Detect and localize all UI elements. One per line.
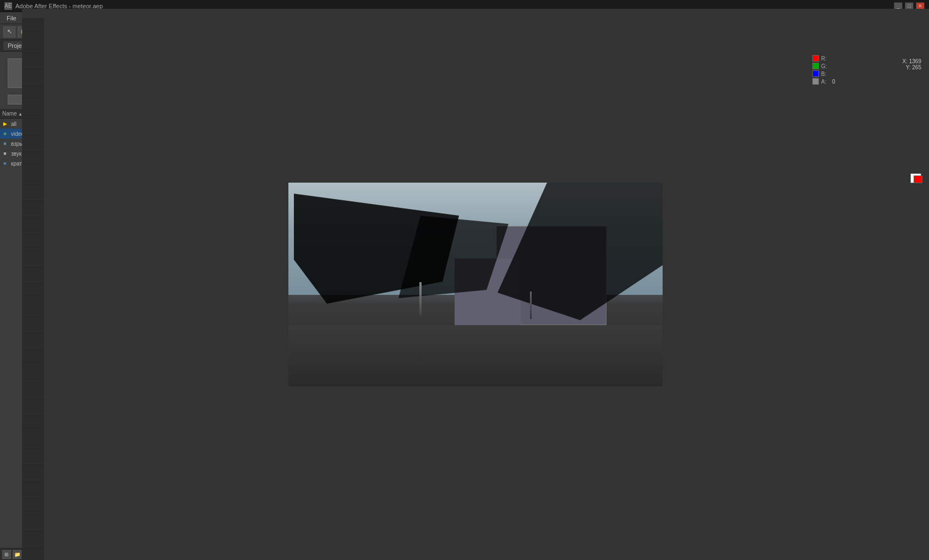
info-display: R: G: B: A: 0 [809, 52, 929, 90]
new-folder-button[interactable]: 📁 [13, 550, 21, 559]
color-swatch-r [812, 55, 819, 62]
info-x: X: 1369 [903, 58, 921, 64]
psd-icon: ■ [1, 160, 9, 167]
menu-file[interactable]: File [2, 14, 21, 23]
info-y: Y: 265 [903, 64, 921, 70]
audio-icon: ■ [1, 150, 9, 157]
new-composition-button[interactable]: ⊞ [2, 550, 11, 559]
info-a-row: A: 0 [812, 78, 926, 85]
info-coords: X: 1369 Y: 265 [903, 58, 921, 70]
tool-select[interactable]: ↖ [3, 26, 15, 37]
info-b-row: B: [812, 70, 926, 77]
app-icon: AE [4, 2, 12, 10]
color-swatch-a [812, 78, 819, 85]
info-g-label: G: [821, 63, 830, 69]
image-icon: ■ [1, 140, 9, 147]
composition-panel: Composition: all ▼ all ≡ [234, 40, 808, 560]
title-text: Adobe After Effects - meteor.aep [15, 3, 103, 9]
info-b-label: B: [821, 71, 830, 77]
color-swatch-b [812, 70, 819, 77]
stroke-color-swatch[interactable] [914, 175, 922, 183]
info-a-value: 0 [832, 79, 835, 85]
info-r-label: R: [821, 56, 830, 62]
folder-icon: ▶ [1, 120, 9, 128]
video-icon: ■ [1, 130, 9, 138]
color-swatch-g [812, 63, 819, 69]
video-frame [288, 183, 663, 386]
main-layout: Project Effect Controls: video5.mov ≡ Na… [0, 40, 929, 560]
info-a-label: A: [821, 79, 830, 85]
comp-canvas [22, 9, 929, 560]
